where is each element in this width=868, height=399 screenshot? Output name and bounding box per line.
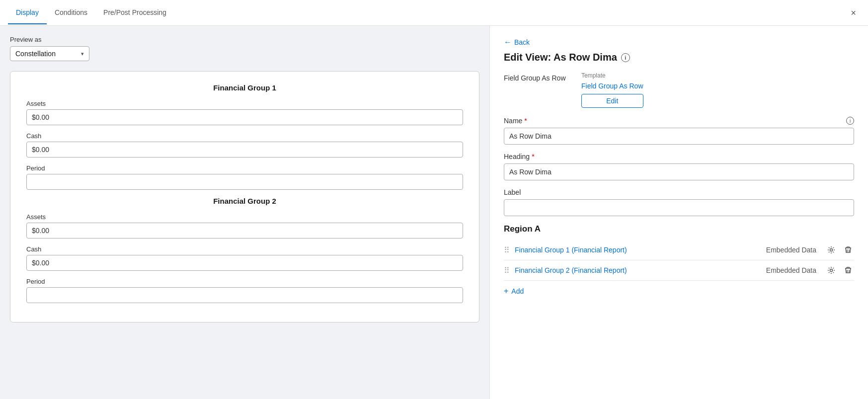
template-value[interactable]: Field Group As Row: [581, 82, 643, 90]
group-2-title: Financial Group 2: [26, 197, 463, 205]
region-item-1-type: Embedded Data: [766, 246, 816, 254]
svg-point-0: [830, 249, 833, 251]
preview-select-value: Constellation: [15, 50, 56, 58]
heading-section: Heading *: [504, 153, 854, 180]
group1-cash-input[interactable]: [26, 142, 463, 158]
drag-handle-2-icon[interactable]: ⠿: [504, 266, 510, 275]
group2-cash-label: Cash: [26, 245, 463, 253]
tab-bar: Display Conditions Pre/Post Processing ×: [0, 0, 868, 26]
field-group-row: Field Group As Row Template Field Group …: [504, 72, 854, 108]
region-item-1: ⠿ Financial Group 1 (Financial Report) E…: [504, 240, 854, 260]
add-link[interactable]: + Add: [504, 287, 854, 296]
region-item-2-link[interactable]: Financial Group 2 (Financial Report): [515, 266, 761, 274]
group-1-title: Financial Group 1: [26, 83, 463, 92]
heading-input[interactable]: [504, 163, 854, 180]
add-label: Add: [511, 287, 524, 295]
svg-point-1: [830, 269, 833, 272]
edit-view-info-icon[interactable]: i: [621, 53, 630, 62]
region-title: Region A: [504, 224, 854, 234]
name-input[interactable]: [504, 128, 854, 145]
region-item-2: ⠿ Financial Group 2 (Financial Report) E…: [504, 260, 854, 281]
back-arrow-icon: ←: [504, 38, 512, 47]
add-plus-icon: +: [504, 287, 508, 296]
name-required: *: [524, 117, 527, 125]
field-group-value-col: Template Field Group As Row Edit: [581, 72, 643, 108]
edit-template-button[interactable]: Edit: [581, 94, 643, 108]
back-link[interactable]: ← Back: [504, 38, 854, 47]
template-label: Template: [581, 72, 643, 79]
label-input[interactable]: [504, 199, 854, 216]
tab-conditions[interactable]: Conditions: [47, 1, 95, 24]
content-area: Preview as Constellation ▾ Financial Gro…: [0, 26, 868, 399]
tab-prepost[interactable]: Pre/Post Processing: [95, 1, 174, 24]
heading-required: *: [532, 153, 534, 160]
region-item-1-delete-button[interactable]: [842, 245, 854, 255]
preview-select[interactable]: Constellation ▾: [10, 46, 89, 61]
tab-display[interactable]: Display: [8, 1, 47, 24]
group2-assets-input[interactable]: [26, 223, 463, 239]
back-label: Back: [514, 38, 530, 46]
name-label: Name * i: [504, 117, 854, 125]
preview-label: Preview as: [10, 36, 479, 43]
region-item-2-type: Embedded Data: [766, 266, 816, 274]
region-item-2-delete-button[interactable]: [842, 265, 854, 275]
name-section: Name * i: [504, 117, 854, 145]
preview-card: Financial Group 1 Assets Cash Period Fin…: [10, 71, 479, 322]
group2-assets-label: Assets: [26, 213, 463, 221]
region-item-1-link[interactable]: Financial Group 1 (Financial Report): [515, 246, 761, 254]
group1-period-input[interactable]: [26, 174, 463, 190]
region-item-1-settings-button[interactable]: [825, 245, 837, 255]
left-panel: Preview as Constellation ▾ Financial Gro…: [0, 26, 489, 399]
group2-period-input[interactable]: [26, 287, 463, 303]
label-label: Label: [504, 188, 854, 196]
label-section: Label: [504, 188, 854, 216]
group1-period-label: Period: [26, 164, 463, 172]
group2-cash-input[interactable]: [26, 255, 463, 271]
close-button[interactable]: ×: [847, 6, 860, 19]
group2-period-label: Period: [26, 278, 463, 285]
name-info-icon[interactable]: i: [846, 117, 854, 125]
edit-view-title: Edit View: As Row Dima i: [504, 52, 854, 63]
heading-label: Heading *: [504, 153, 854, 160]
group1-assets-label: Assets: [26, 100, 463, 107]
group1-cash-label: Cash: [26, 132, 463, 140]
chevron-down-icon: ▾: [81, 51, 84, 57]
region-item-2-settings-button[interactable]: [825, 265, 837, 275]
drag-handle-icon[interactable]: ⠿: [504, 245, 510, 255]
right-panel: ← Back Edit View: As Row Dima i Field Gr…: [489, 26, 868, 399]
field-group-label: Field Group As Row: [504, 72, 573, 82]
group1-assets-input[interactable]: [26, 109, 463, 125]
